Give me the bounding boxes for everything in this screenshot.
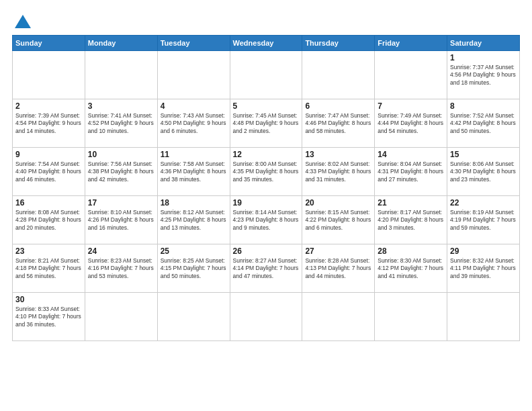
calendar-cell <box>13 51 85 99</box>
day-number: 12 <box>233 150 300 159</box>
weekday-header-row: SundayMondayTuesdayWednesdayThursdayFrid… <box>13 36 520 51</box>
day-number: 14 <box>378 150 444 159</box>
calendar-week-row: 9Sunrise: 7:54 AM Sunset: 4:40 PM Daylig… <box>13 148 520 196</box>
svg-marker-0 <box>15 15 31 28</box>
day-info: Sunrise: 8:12 AM Sunset: 4:25 PM Dayligh… <box>161 209 227 232</box>
day-number: 23 <box>15 246 82 256</box>
calendar-cell <box>302 293 375 341</box>
day-info: Sunrise: 8:19 AM Sunset: 4:19 PM Dayligh… <box>450 209 517 232</box>
calendar-cell <box>157 51 230 99</box>
day-number: 10 <box>88 150 154 159</box>
weekday-header-friday: Friday <box>375 36 447 51</box>
day-number: 29 <box>450 246 517 256</box>
calendar-cell: 21Sunrise: 8:17 AM Sunset: 4:20 PM Dayli… <box>375 196 447 244</box>
calendar-cell: 7Sunrise: 7:49 AM Sunset: 4:44 PM Daylig… <box>375 99 447 148</box>
calendar-cell: 18Sunrise: 8:12 AM Sunset: 4:25 PM Dayli… <box>157 196 230 244</box>
calendar-cell: 14Sunrise: 8:04 AM Sunset: 4:31 PM Dayli… <box>375 148 447 196</box>
calendar-cell: 3Sunrise: 7:41 AM Sunset: 4:52 PM Daylig… <box>85 99 157 148</box>
calendar-cell: 20Sunrise: 8:15 AM Sunset: 4:22 PM Dayli… <box>302 196 375 244</box>
calendar-cell: 26Sunrise: 8:27 AM Sunset: 4:14 PM Dayli… <box>230 244 302 293</box>
day-info: Sunrise: 7:45 AM Sunset: 4:48 PM Dayligh… <box>233 112 300 135</box>
calendar-cell: 4Sunrise: 7:43 AM Sunset: 4:50 PM Daylig… <box>157 99 230 148</box>
day-number: 25 <box>161 246 227 256</box>
day-number: 20 <box>305 198 371 208</box>
logo <box>12 12 32 28</box>
day-info: Sunrise: 8:28 AM Sunset: 4:13 PM Dayligh… <box>305 257 371 280</box>
calendar-cell: 13Sunrise: 8:02 AM Sunset: 4:33 PM Dayli… <box>302 148 375 196</box>
day-number: 2 <box>15 101 82 111</box>
calendar-cell: 28Sunrise: 8:30 AM Sunset: 4:12 PM Dayli… <box>375 244 447 293</box>
day-info: Sunrise: 8:10 AM Sunset: 4:26 PM Dayligh… <box>88 209 154 232</box>
calendar-cell: 15Sunrise: 8:06 AM Sunset: 4:30 PM Dayli… <box>447 148 520 196</box>
calendar-cell: 5Sunrise: 7:45 AM Sunset: 4:48 PM Daylig… <box>230 99 302 148</box>
calendar-cell: 10Sunrise: 7:56 AM Sunset: 4:38 PM Dayli… <box>85 148 157 196</box>
calendar-cell: 1Sunrise: 7:37 AM Sunset: 4:56 PM Daylig… <box>447 51 520 99</box>
day-info: Sunrise: 7:41 AM Sunset: 4:52 PM Dayligh… <box>88 112 154 135</box>
day-number: 28 <box>378 246 444 256</box>
calendar-cell: 2Sunrise: 7:39 AM Sunset: 4:54 PM Daylig… <box>13 99 85 148</box>
weekday-header-sunday: Sunday <box>13 36 85 51</box>
calendar-cell: 24Sunrise: 8:23 AM Sunset: 4:16 PM Dayli… <box>85 244 157 293</box>
day-info: Sunrise: 8:15 AM Sunset: 4:22 PM Dayligh… <box>305 209 371 232</box>
calendar-cell <box>302 51 375 99</box>
calendar-cell: 12Sunrise: 8:00 AM Sunset: 4:35 PM Dayli… <box>230 148 302 196</box>
day-number: 27 <box>305 246 371 256</box>
calendar-week-row: 16Sunrise: 8:08 AM Sunset: 4:28 PM Dayli… <box>13 196 520 244</box>
day-number: 3 <box>88 101 154 111</box>
calendar-cell: 11Sunrise: 7:58 AM Sunset: 4:36 PM Dayli… <box>157 148 230 196</box>
day-info: Sunrise: 8:25 AM Sunset: 4:15 PM Dayligh… <box>161 257 227 280</box>
day-number: 4 <box>161 101 227 111</box>
calendar-cell: 19Sunrise: 8:14 AM Sunset: 4:23 PM Dayli… <box>230 196 302 244</box>
calendar-cell <box>85 293 157 341</box>
calendar-cell: 22Sunrise: 8:19 AM Sunset: 4:19 PM Dayli… <box>447 196 520 244</box>
weekday-header-thursday: Thursday <box>302 36 375 51</box>
day-number: 18 <box>161 198 227 208</box>
day-info: Sunrise: 7:43 AM Sunset: 4:50 PM Dayligh… <box>161 112 227 135</box>
calendar-cell <box>85 51 157 99</box>
weekday-header-wednesday: Wednesday <box>230 36 302 51</box>
calendar-cell: 29Sunrise: 8:32 AM Sunset: 4:11 PM Dayli… <box>447 244 520 293</box>
page: SundayMondayTuesdayWednesdayThursdayFrid… <box>0 0 532 411</box>
calendar-week-row: 30Sunrise: 8:33 AM Sunset: 4:10 PM Dayli… <box>13 293 520 341</box>
day-number: 1 <box>450 53 517 62</box>
calendar-cell: 17Sunrise: 8:10 AM Sunset: 4:26 PM Dayli… <box>85 196 157 244</box>
weekday-header-tuesday: Tuesday <box>157 36 230 51</box>
day-info: Sunrise: 7:47 AM Sunset: 4:46 PM Dayligh… <box>305 112 371 135</box>
calendar-cell: 6Sunrise: 7:47 AM Sunset: 4:46 PM Daylig… <box>302 99 375 148</box>
calendar-cell <box>157 293 230 341</box>
day-info: Sunrise: 8:08 AM Sunset: 4:28 PM Dayligh… <box>15 209 82 232</box>
day-info: Sunrise: 7:49 AM Sunset: 4:44 PM Dayligh… <box>378 112 444 135</box>
calendar-cell: 9Sunrise: 7:54 AM Sunset: 4:40 PM Daylig… <box>13 148 85 196</box>
calendar-cell: 25Sunrise: 8:25 AM Sunset: 4:15 PM Dayli… <box>157 244 230 293</box>
calendar-week-row: 2Sunrise: 7:39 AM Sunset: 4:54 PM Daylig… <box>13 99 520 148</box>
weekday-header-saturday: Saturday <box>447 36 520 51</box>
calendar-week-row: 23Sunrise: 8:21 AM Sunset: 4:18 PM Dayli… <box>13 244 520 293</box>
calendar-cell: 8Sunrise: 7:52 AM Sunset: 4:42 PM Daylig… <box>447 99 520 148</box>
day-number: 13 <box>305 150 371 159</box>
calendar-cell <box>230 293 302 341</box>
day-number: 7 <box>378 101 444 111</box>
day-info: Sunrise: 7:54 AM Sunset: 4:40 PM Dayligh… <box>15 161 82 183</box>
calendar-week-row: 1Sunrise: 7:37 AM Sunset: 4:56 PM Daylig… <box>13 51 520 99</box>
day-info: Sunrise: 7:37 AM Sunset: 4:56 PM Dayligh… <box>450 64 517 87</box>
calendar-cell: 16Sunrise: 8:08 AM Sunset: 4:28 PM Dayli… <box>13 196 85 244</box>
day-number: 11 <box>161 150 227 159</box>
day-info: Sunrise: 8:02 AM Sunset: 4:33 PM Dayligh… <box>305 161 371 183</box>
day-number: 30 <box>15 295 82 304</box>
day-info: Sunrise: 8:23 AM Sunset: 4:16 PM Dayligh… <box>88 257 154 280</box>
calendar-table: SundayMondayTuesdayWednesdayThursdayFrid… <box>12 35 520 341</box>
day-number: 26 <box>233 246 300 256</box>
day-number: 17 <box>88 198 154 208</box>
day-info: Sunrise: 8:17 AM Sunset: 4:20 PM Dayligh… <box>378 209 444 232</box>
calendar-cell: 23Sunrise: 8:21 AM Sunset: 4:18 PM Dayli… <box>13 244 85 293</box>
day-info: Sunrise: 7:58 AM Sunset: 4:36 PM Dayligh… <box>161 161 227 183</box>
day-info: Sunrise: 8:04 AM Sunset: 4:31 PM Dayligh… <box>378 161 444 183</box>
day-number: 5 <box>233 101 300 111</box>
calendar-cell <box>375 293 447 341</box>
day-number: 16 <box>15 198 82 208</box>
calendar-cell: 27Sunrise: 8:28 AM Sunset: 4:13 PM Dayli… <box>302 244 375 293</box>
calendar-cell: 30Sunrise: 8:33 AM Sunset: 4:10 PM Dayli… <box>13 293 85 341</box>
day-info: Sunrise: 8:30 AM Sunset: 4:12 PM Dayligh… <box>378 257 444 280</box>
day-number: 19 <box>233 198 300 208</box>
day-number: 24 <box>88 246 154 256</box>
